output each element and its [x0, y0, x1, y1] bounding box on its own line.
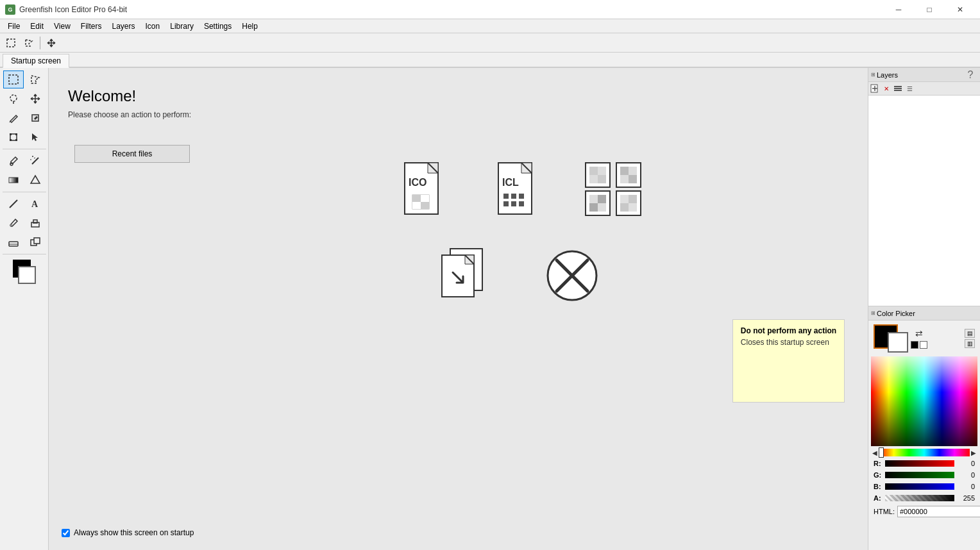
svg-rect-60: [589, 195, 598, 203]
swap-colors-btn[interactable]: ⇄: [915, 328, 923, 338]
a-slider[interactable]: [885, 495, 954, 501]
tool-move[interactable]: [25, 90, 46, 108]
tool-eyedropper[interactable]: [3, 152, 24, 170]
tool-pointer[interactable]: [25, 128, 46, 146]
content-area: Welcome! Please choose an action to perf…: [49, 68, 868, 550]
tool-fill[interactable]: [25, 109, 46, 127]
recent-files-button[interactable]: Recent files: [74, 145, 190, 163]
background-color[interactable]: [18, 266, 36, 284]
hue-left-arrow[interactable]: ◀: [872, 449, 877, 456]
menu-view[interactable]: View: [49, 19, 76, 33]
layers-panel-header: ⊞ Layers ?: [868, 68, 980, 82]
svg-rect-35: [421, 202, 429, 209]
tool-brush[interactable]: [3, 214, 24, 232]
tool-row-2: [3, 90, 46, 108]
secondary-color-swatch[interactable]: [888, 332, 908, 353]
svg-rect-53: [598, 167, 606, 175]
html-color-input[interactable]: [897, 506, 980, 517]
left-actions: Recent files: [68, 138, 196, 403]
action-new-icl[interactable]: ICL: [486, 151, 553, 226]
white-corner[interactable]: [920, 341, 927, 349]
hue-right-arrow[interactable]: ▶: [971, 449, 976, 456]
tool-row-9: [3, 233, 46, 251]
svg-rect-28: [34, 238, 40, 244]
color-picker-collapse-btn[interactable]: ⊞: [871, 310, 875, 316]
main-content-wrapper: Recent files ICO: [68, 138, 842, 403]
svg-text:ICL: ICL: [502, 177, 519, 188]
layer-list-btn[interactable]: ☰: [904, 83, 915, 94]
tool-row-7: A: [3, 195, 46, 213]
minimize-button[interactable]: ─: [884, 0, 913, 19]
tool-transform[interactable]: [3, 128, 24, 146]
color-spectrum[interactable]: [871, 356, 977, 446]
svg-rect-11: [15, 139, 17, 141]
menu-filters[interactable]: Filters: [76, 19, 107, 33]
svg-rect-45: [503, 201, 509, 206]
tool-sep-3: [3, 254, 46, 254]
corner-colors: [911, 341, 927, 349]
layer-close-btn[interactable]: ✕: [881, 83, 891, 94]
action-new-library[interactable]: [579, 151, 647, 226]
svg-rect-62: [589, 203, 598, 212]
color-pair: [10, 260, 38, 284]
layers-help-button[interactable]: ?: [963, 68, 977, 82]
svg-rect-57: [629, 167, 637, 175]
hue-slider[interactable]: [879, 449, 970, 456]
svg-point-4: [10, 95, 17, 101]
tool-line[interactable]: [3, 195, 24, 213]
tool-sep-1: [3, 149, 46, 149]
action-cancel[interactable]: [539, 238, 607, 313]
tool-eraser[interactable]: [3, 233, 24, 251]
r-slider[interactable]: [885, 460, 954, 467]
tool-stamp[interactable]: [25, 214, 46, 232]
svg-rect-9: [15, 133, 17, 135]
menu-settings[interactable]: Settings: [199, 19, 237, 33]
tool-gradient[interactable]: [3, 171, 24, 189]
close-button[interactable]: ✕: [945, 0, 975, 19]
tool-text[interactable]: A: [25, 195, 46, 213]
layer-new-btn[interactable]: [870, 83, 880, 94]
tab-startup-screen[interactable]: Startup screen: [3, 54, 69, 68]
tool-selection-free[interactable]: [25, 71, 46, 88]
menu-file[interactable]: File: [3, 19, 25, 33]
always-show-checkbox[interactable]: [62, 529, 70, 537]
tool-shape[interactable]: [25, 171, 46, 189]
svg-rect-34: [412, 195, 421, 202]
startup-checkbox-area: Always show this screen on startup: [62, 528, 194, 537]
layers-collapse-btn[interactable]: ⊞: [871, 72, 875, 78]
tool-lasso[interactable]: [3, 90, 24, 108]
action-new-ico[interactable]: ICO: [392, 151, 460, 226]
toolbar-select-rect[interactable]: [3, 35, 19, 51]
center-actions: ICO: [196, 138, 842, 403]
color-btn-1[interactable]: ▤: [965, 329, 975, 338]
menu-library[interactable]: Library: [165, 19, 199, 33]
action-import[interactable]: [432, 238, 500, 313]
svg-rect-63: [598, 203, 606, 212]
layers-toolbar: ✕ ☰: [868, 82, 980, 96]
tool-selection-rect[interactable]: [3, 71, 24, 88]
menu-icon[interactable]: Icon: [140, 19, 165, 33]
toolbar-select-free[interactable]: [21, 35, 37, 51]
svg-rect-66: [620, 203, 629, 212]
layers-panel-title: Layers: [877, 71, 962, 79]
tool-pencil[interactable]: [3, 109, 24, 127]
black-corner[interactable]: [911, 341, 918, 349]
maximize-button[interactable]: □: [915, 0, 944, 19]
svg-rect-10: [10, 139, 12, 141]
b-slider[interactable]: [885, 483, 954, 490]
a-value: 255: [957, 494, 975, 502]
toolbar-move[interactable]: [43, 35, 60, 51]
menu-layers[interactable]: Layers: [107, 19, 140, 33]
tool-clone[interactable]: [25, 233, 46, 251]
svg-rect-24: [33, 220, 37, 223]
color-btn-2[interactable]: ▥: [965, 339, 975, 348]
tool-row-6: [3, 171, 46, 189]
svg-rect-59: [629, 175, 637, 183]
menu-edit[interactable]: Edit: [25, 19, 49, 33]
desc-title: Do not perform any action: [741, 326, 836, 335]
menu-help[interactable]: Help: [237, 19, 263, 33]
g-slider[interactable]: [885, 472, 954, 478]
layer-settings-btn[interactable]: [893, 83, 903, 94]
tool-wand[interactable]: [25, 152, 46, 170]
welcome-panel: Welcome! Please choose an action to perf…: [62, 81, 855, 537]
